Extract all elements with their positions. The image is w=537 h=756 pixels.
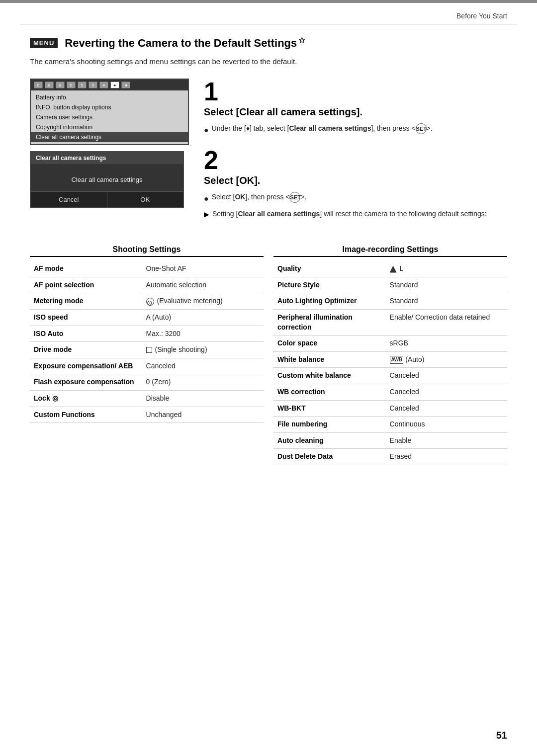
image-recording-settings-table: Quality L Picture Style Standard Auto Li… <box>273 261 507 465</box>
cam-icon-5: 5 <box>78 82 87 88</box>
step-1-bullet: ● Under the [♦] tab, select [Clear all c… <box>204 123 507 137</box>
row-label: Flash exposure compensation <box>30 374 142 391</box>
step-2-number: 2 <box>204 147 507 173</box>
shooting-settings-col: Shooting Settings AF mode One-Shot AF AF… <box>30 245 264 465</box>
cam-icon-7: ♦ <box>99 82 108 88</box>
cam-icon-1: 6 <box>34 82 43 88</box>
row-label: Custom Functions <box>30 407 142 423</box>
step-2-body: ● Select [OK], then press <SET>. ▶ Setti… <box>204 191 507 220</box>
row-label: Picture Style <box>273 277 386 293</box>
row-label: WB correction <box>273 384 386 400</box>
row-value: Standard <box>386 293 507 310</box>
table-row: ISO speed A (Auto) <box>30 309 264 326</box>
row-value: AWB (Auto) <box>386 351 507 368</box>
table-row: Peripheral illumination correction Enabl… <box>273 309 507 335</box>
table-row: Dust Delete Data Erased <box>273 449 507 465</box>
row-value: Canceled <box>386 368 507 384</box>
shooting-settings-heading: Shooting Settings <box>30 245 264 257</box>
step-1-bullet-text: Under the [♦] tab, select [Clear all cam… <box>212 123 433 134</box>
row-label: Auto Lighting Optimizer <box>273 293 386 310</box>
table-row: Picture Style Standard <box>273 277 507 293</box>
menu-item-copyright: Copyright information <box>31 122 188 132</box>
row-value: Canceled <box>142 358 264 374</box>
header-text: Before You Start <box>456 12 507 20</box>
row-label: Auto cleaning <box>273 432 386 449</box>
header-divider <box>20 24 517 24</box>
table-row: AF mode One-Shot AF <box>30 261 264 277</box>
table-row: Quality L <box>273 261 507 277</box>
dialog-body: Clear all camera settings <box>31 164 183 191</box>
table-row: Metering mode ⊙ (Evaluative metering) <box>30 293 264 310</box>
cam-icon-2: 6 <box>45 82 54 88</box>
row-value: Standard <box>386 277 507 293</box>
table-row: White balance AWB (Auto) <box>273 351 507 368</box>
table-row: Lock ◎ Disable <box>30 390 264 407</box>
cam-icon-active: ♦ <box>110 82 119 88</box>
set-button-icon: SET <box>416 123 427 134</box>
step-2-bullet-text: Select [OK], then press <SET>. <box>212 191 307 203</box>
bullet-dot-2: ● <box>204 192 209 205</box>
metering-icon: ⊙ <box>146 298 154 306</box>
tables-section: Shooting Settings AF mode One-Shot AF AF… <box>30 245 507 465</box>
shooting-settings-table: AF mode One-Shot AF AF point selection A… <box>30 261 264 423</box>
table-row: ISO Auto Max.: 3200 <box>30 326 264 342</box>
table-row: Auto cleaning Enable <box>273 432 507 449</box>
steps-left: 6 6 6 6 5 5 ♦ ♦ ★ Battery info. INFO. bu… <box>30 79 189 208</box>
title-section: MENU Reverting the Camera to the Default… <box>30 36 507 68</box>
row-value: Unchanged <box>142 407 264 423</box>
page-container: Before You Start MENU Reverting the Came… <box>0 0 537 756</box>
menu-item-battery: Battery info. <box>31 92 188 102</box>
step-2-arrow-text: Setting [Clear all camera settings] will… <box>212 208 487 220</box>
table-row: Custom Functions Unchanged <box>30 407 264 423</box>
camera-menu-screenshot: 6 6 6 6 5 5 ♦ ♦ ★ Battery info. INFO. bu… <box>30 79 189 145</box>
row-label: File numbering <box>273 417 386 433</box>
row-label: Custom white balance <box>273 368 386 384</box>
row-label: ISO speed <box>30 309 142 326</box>
quality-icon <box>390 266 397 273</box>
arrow-icon: ▶ <box>204 209 209 220</box>
table-row: WB-BKT Canceled <box>273 400 507 417</box>
menu-item-info: INFO. button display options <box>31 102 188 112</box>
cam-icon-8: ★ <box>121 82 130 88</box>
awb-icon: AWB <box>390 356 404 364</box>
table-row: Drive mode (Single shooting) <box>30 342 264 358</box>
step-2: 2 Select [OK]. ● Select [OK], then press… <box>204 147 507 220</box>
row-value: Erased <box>386 449 507 465</box>
dialog-cancel-button[interactable]: Cancel <box>31 192 107 207</box>
row-value: L <box>386 261 507 277</box>
row-label: Peripheral illumination correction <box>273 309 386 335</box>
row-value: One-Shot AF <box>142 261 264 277</box>
table-row: Auto Lighting Optimizer Standard <box>273 293 507 310</box>
row-value: Max.: 3200 <box>142 326 264 342</box>
row-value: Canceled <box>386 384 507 400</box>
bullet-dot-1: ● <box>204 124 209 137</box>
step-2-arrow-bullet: ▶ Setting [Clear all camera settings] wi… <box>204 208 507 220</box>
row-label: WB-BKT <box>273 400 386 417</box>
table-row: Color space sRGB <box>273 336 507 352</box>
camera-menu-icons-bar: 6 6 6 6 5 5 ♦ ♦ ★ <box>31 80 188 90</box>
step-1-body: ● Under the [♦] tab, select [Clear all c… <box>204 123 507 137</box>
table-row: AF point selection Automatic selection <box>30 277 264 293</box>
row-label: AF mode <box>30 261 142 277</box>
row-value: Canceled <box>386 400 507 417</box>
table-row: Exposure compensation/ AEB Canceled <box>30 358 264 374</box>
dialog-title: Clear all camera settings <box>31 152 183 164</box>
menu-item-clear: Clear all camera settings <box>31 132 188 142</box>
page-number: 51 <box>496 730 507 741</box>
image-recording-settings-heading: Image-recording Settings <box>273 245 507 257</box>
row-label: White balance <box>273 351 386 368</box>
image-recording-settings-col: Image-recording Settings Quality L Pictu… <box>273 245 507 465</box>
row-value: (Single shooting) <box>142 342 264 358</box>
dialog-ok-button[interactable]: OK <box>107 192 183 207</box>
table-row: File numbering Continuous <box>273 417 507 433</box>
cam-icon-6: 5 <box>89 82 97 88</box>
camera-menu-items: Battery info. INFO. button display optio… <box>31 90 188 144</box>
page-header: Before You Start <box>0 3 537 24</box>
row-value: ⊙ (Evaluative metering) <box>142 293 264 310</box>
menu-badge: MENU <box>30 38 58 48</box>
steps-section: 6 6 6 6 5 5 ♦ ♦ ★ Battery info. INFO. bu… <box>30 79 507 230</box>
row-label: Dust Delete Data <box>273 449 386 465</box>
row-value: Automatic selection <box>142 277 264 293</box>
dialog-buttons: Cancel OK <box>31 191 183 207</box>
dialog-body-text: Clear all camera settings <box>71 176 142 183</box>
